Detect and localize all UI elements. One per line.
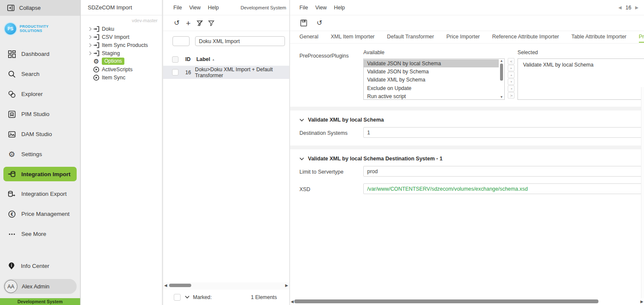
menu-help[interactable]: Help bbox=[208, 5, 219, 11]
section-header[interactable]: Validate XML by local Schema Destination… bbox=[299, 156, 644, 162]
tab-general[interactable]: General bbox=[299, 31, 318, 43]
marked-checkbox[interactable] bbox=[174, 294, 181, 301]
listbox-scrollbar[interactable]: ▲ ▼ bbox=[499, 59, 504, 99]
row-checkbox[interactable] bbox=[172, 69, 178, 76]
scroll-left-icon[interactable]: ◀ bbox=[290, 299, 294, 304]
list-option[interactable]: Exclude on Update bbox=[364, 84, 499, 92]
limit-to-servertype-input[interactable] bbox=[363, 166, 644, 177]
sidebar-item-dashboard[interactable]: Dashboard bbox=[0, 44, 80, 64]
menu-view[interactable]: View bbox=[315, 5, 327, 11]
scroll-thumb[interactable] bbox=[500, 64, 503, 81]
sidebar-item-info-center[interactable]: Info Center bbox=[0, 256, 80, 276]
table-row[interactable]: 16 Doku>Doku XML Import + Default Transf… bbox=[163, 66, 289, 79]
tree-item-item-sync[interactable]: Item Sync bbox=[81, 73, 162, 81]
column-header-label[interactable]: Label bbox=[196, 56, 210, 62]
scroll-up-icon[interactable]: ▲ bbox=[500, 59, 503, 63]
detail-vertical-scrollbar[interactable] bbox=[641, 87, 644, 298]
chevron-right-icon[interactable] bbox=[87, 43, 93, 47]
app-root: Collapse PS PRODUCTIVITYSOLUTIONS Dashbo… bbox=[0, 0, 644, 305]
tab-xml-item-importer[interactable]: XML Item Importer bbox=[331, 31, 374, 43]
brand[interactable]: PS PRODUCTIVITYSOLUTIONS bbox=[5, 23, 80, 35]
detail-horizontal-scrollbar[interactable]: ◀ ▶ bbox=[290, 299, 644, 304]
row-id: 16 bbox=[185, 70, 195, 76]
chevron-down-icon bbox=[299, 157, 304, 160]
scroll-down-icon[interactable]: ▼ bbox=[500, 96, 503, 99]
tab-prehandler[interactable]: Prehandler bbox=[639, 31, 644, 43]
scroll-right-icon[interactable]: ▶ bbox=[640, 299, 644, 304]
label-filter-input[interactable] bbox=[195, 36, 285, 46]
sidebar-item-settings[interactable]: ⚙ Settings bbox=[0, 144, 80, 164]
refresh-icon[interactable]: ↺ bbox=[316, 19, 323, 27]
tree-item-activescripts[interactable]: ActiveScripts bbox=[81, 65, 162, 73]
collapse-button[interactable]: Collapse bbox=[0, 0, 80, 16]
sidebar-item-integration-import[interactable]: Integration Import bbox=[3, 167, 77, 181]
move-up-button[interactable]: ▴ bbox=[508, 72, 515, 78]
section-header[interactable]: Validate XML by local Schema bbox=[299, 117, 644, 123]
sidebar-item-price-management[interactable]: € Price Management bbox=[0, 204, 80, 224]
add-icon[interactable]: + bbox=[184, 19, 192, 27]
tab-table-attribute-importer[interactable]: Table Attribute Importer bbox=[572, 31, 627, 43]
destination-systems-input[interactable] bbox=[363, 127, 644, 138]
sort-asc-icon[interactable]: ▲ bbox=[212, 58, 215, 61]
tree-item-csv-import[interactable]: CSV Import bbox=[81, 33, 162, 41]
menu-view[interactable]: View bbox=[189, 5, 201, 11]
scroll-track[interactable] bbox=[294, 299, 640, 303]
menu-file[interactable]: File bbox=[299, 5, 308, 11]
save-icon[interactable] bbox=[300, 19, 308, 27]
available-label: Available bbox=[363, 49, 505, 55]
sidebar-item-label: PIM Studio bbox=[21, 111, 49, 117]
list-option[interactable]: Validate XML by Schema bbox=[364, 76, 499, 84]
sidebar-item-search[interactable]: Search bbox=[0, 64, 80, 84]
sidebar-item-dam-studio[interactable]: DAM Studio bbox=[0, 124, 80, 144]
scroll-track[interactable] bbox=[168, 284, 284, 287]
next-record-icon[interactable]: ▶ bbox=[635, 5, 638, 10]
tree-item-item-sync-products[interactable]: Item Sync Products bbox=[81, 41, 162, 49]
dam-studio-icon bbox=[8, 130, 16, 138]
tree-item-doku[interactable]: Doku bbox=[81, 25, 162, 33]
menu-help[interactable]: Help bbox=[334, 5, 345, 11]
tree-item-options[interactable]: ⚙ Options bbox=[81, 57, 162, 65]
column-header-id[interactable]: ID bbox=[185, 56, 196, 62]
tab-default-transformer[interactable]: Default Transformer bbox=[387, 31, 434, 43]
filter-icon[interactable] bbox=[207, 19, 215, 27]
scroll-left-icon[interactable]: ◀ bbox=[163, 283, 168, 288]
chevron-right-icon[interactable] bbox=[87, 51, 93, 55]
list-option[interactable]: Run active script bbox=[364, 92, 499, 99]
sidebar-item-see-more[interactable]: See More bbox=[0, 224, 80, 244]
dual-list: Available Validate JSON by local Schema … bbox=[363, 49, 644, 100]
sidebar-item-label: See More bbox=[21, 231, 46, 237]
list-option[interactable]: Validate XML by local Schema bbox=[518, 59, 644, 67]
list-option[interactable]: Validate JSON by Schema bbox=[364, 67, 499, 76]
move-all-right-button[interactable]: ▸| bbox=[508, 58, 515, 64]
tree-item-label: Doku bbox=[102, 26, 114, 32]
prev-record-icon[interactable]: ◀ bbox=[618, 5, 622, 10]
menu-file[interactable]: File bbox=[173, 5, 182, 11]
chevron-right-icon[interactable] bbox=[87, 27, 93, 31]
tab-reference-attribute-importer[interactable]: Reference Attribute Importer bbox=[492, 31, 559, 43]
move-left-button[interactable]: ◂ bbox=[508, 85, 515, 92]
move-right-button[interactable]: ▸ bbox=[508, 65, 515, 71]
list-horizontal-scrollbar[interactable]: ◀ ▶ bbox=[163, 282, 289, 288]
scroll-right-icon[interactable]: ▶ bbox=[284, 283, 289, 288]
tree-item-staging[interactable]: Staging bbox=[81, 49, 162, 57]
filter-off-icon[interactable] bbox=[196, 19, 204, 27]
chevron-down-icon[interactable] bbox=[185, 296, 190, 299]
user-menu[interactable]: AA Alex Admin bbox=[3, 279, 77, 294]
field-label: PreProcessorPlugins bbox=[299, 49, 363, 100]
scroll-thumb[interactable] bbox=[294, 299, 598, 303]
environment-banner: Development System bbox=[0, 298, 80, 305]
sidebar-item-integration-export[interactable]: Integration Export bbox=[0, 184, 80, 204]
list-option[interactable]: Validate JSON by local Schema bbox=[364, 59, 499, 67]
sidebar-item-pim-studio[interactable]: PIM Studio bbox=[0, 104, 80, 124]
id-filter-input[interactable] bbox=[172, 36, 190, 46]
refresh-icon[interactable]: ↺ bbox=[173, 19, 181, 27]
tab-price-importer[interactable]: Price Importer bbox=[446, 31, 480, 43]
move-all-left-button[interactable]: |◂ bbox=[508, 92, 515, 99]
select-all-checkbox[interactable] bbox=[172, 56, 178, 63]
chevron-right-icon[interactable] bbox=[87, 35, 93, 39]
scroll-thumb[interactable] bbox=[169, 284, 191, 287]
sidebar-item-explorer[interactable]: Explorer bbox=[0, 84, 80, 104]
avatar: AA bbox=[4, 280, 17, 293]
move-down-button[interactable]: ▾ bbox=[508, 78, 515, 85]
xsd-input[interactable] bbox=[363, 183, 644, 194]
